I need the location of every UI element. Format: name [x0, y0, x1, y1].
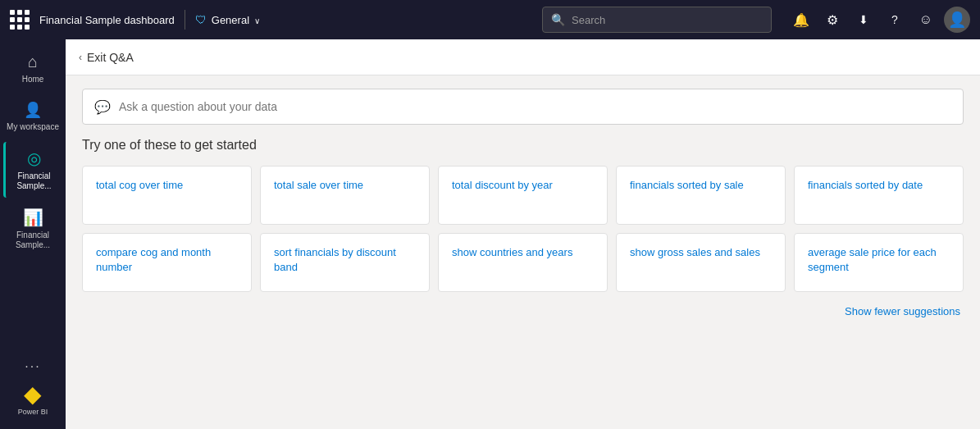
settings-icon[interactable]: ⚙ — [819, 7, 846, 33]
content-area: ‹ Exit Q&A 💬 Try one of these to get sta… — [66, 39, 980, 429]
power-bi-icon: ◆ — [24, 381, 42, 408]
suggestions-grid: total cog over time total sale over time… — [82, 166, 964, 292]
sidebar-item-workspace-label: My workspace — [7, 122, 59, 132]
exit-bar: ‹ Exit Q&A — [66, 39, 980, 75]
download-icon[interactable]: ⬇ — [850, 7, 877, 33]
suggestion-card-sort-financials-discount[interactable]: sort financials by discount band — [260, 233, 430, 292]
suggestion-card-total-discount-by-year[interactable]: total discount by year — [438, 166, 608, 225]
sidebar-more-icon[interactable]: ··· — [25, 359, 40, 374]
exit-qa-label: Exit Q&A — [87, 51, 134, 64]
search-icon: 🔍 — [551, 13, 565, 26]
qa-area: 💬 Try one of these to get started total … — [66, 75, 980, 429]
top-nav: Financial Sample dashboard 🛡 General 🔍 🔔… — [0, 0, 980, 39]
nav-icons: 🔔 ⚙ ⬇ ? ☺ 👤 — [788, 7, 970, 33]
sidebar: ⌂ Home 👤 My workspace ◎ Financial Sample… — [0, 39, 66, 429]
smile-icon[interactable]: ☺ — [913, 7, 939, 33]
avatar[interactable]: 👤 — [944, 7, 970, 33]
suggestion-card-average-sale-price[interactable]: average sale price for each segment — [794, 233, 964, 292]
main-layout: ⌂ Home 👤 My workspace ◎ Financial Sample… — [0, 39, 980, 429]
back-chevron-icon: ‹ — [79, 52, 82, 63]
sidebar-item-financial-bar-label: Financial Sample... — [7, 230, 59, 250]
search-bar[interactable]: 🔍 — [542, 7, 772, 33]
sidebar-item-home[interactable]: ⌂ Home — [3, 46, 62, 91]
sidebar-item-my-workspace[interactable]: 👤 My workspace — [3, 94, 62, 139]
suggestion-card-financials-sorted-by-date[interactable]: financials sorted by date — [794, 166, 964, 225]
apps-grid-icon[interactable] — [10, 10, 30, 30]
workspace-selector[interactable]: 🛡 General — [195, 13, 260, 26]
suggestion-card-show-countries-years[interactable]: show countries and years — [438, 233, 608, 292]
ask-input[interactable] — [119, 100, 951, 113]
exit-qa-button[interactable]: ‹ Exit Q&A — [79, 51, 134, 64]
search-input[interactable] — [572, 14, 763, 26]
gauge-icon: ◎ — [27, 148, 41, 168]
suggestion-card-financials-sorted-by-sale[interactable]: financials sorted by sale — [616, 166, 786, 225]
workspace-label: General — [212, 14, 249, 26]
suggestion-card-show-gross-sales[interactable]: show gross sales and sales — [616, 233, 786, 292]
suggestion-card-compare-cog-month[interactable]: compare cog and month number — [82, 233, 252, 292]
person-icon: 👤 — [24, 101, 42, 119]
dashboard-title: Financial Sample dashboard — [39, 14, 175, 26]
bell-icon[interactable]: 🔔 — [788, 7, 814, 33]
show-fewer-suggestions-link[interactable]: Show fewer suggestions — [845, 305, 960, 317]
power-bi-label: Power BI — [18, 408, 48, 416]
chat-icon: 💬 — [94, 99, 111, 115]
sidebar-item-financial-sample-active[interactable]: ◎ Financial Sample... — [3, 142, 62, 198]
help-icon[interactable]: ? — [882, 7, 908, 33]
sidebar-item-home-label: Home — [22, 75, 44, 84]
nav-divider — [185, 10, 185, 30]
chevron-down-icon — [254, 14, 260, 26]
home-icon: ⌂ — [28, 52, 38, 71]
power-bi-section: ◆ Power BI — [18, 381, 48, 416]
show-fewer-row: Show fewer suggestions — [82, 305, 964, 317]
shield-icon: 🛡 — [195, 13, 207, 26]
suggestion-card-total-sale-over-time[interactable]: total sale over time — [260, 166, 430, 225]
sidebar-item-financial-active-label: Financial Sample... — [9, 171, 59, 191]
ask-input-container[interactable]: 💬 — [82, 89, 964, 125]
suggestion-card-total-cog-over-time[interactable]: total cog over time — [82, 166, 252, 225]
suggestions-title: Try one of these to get started — [82, 138, 964, 153]
sidebar-item-financial-sample-bar[interactable]: 📊 Financial Sample... — [3, 201, 62, 257]
bar-chart-icon: 📊 — [23, 208, 43, 227]
